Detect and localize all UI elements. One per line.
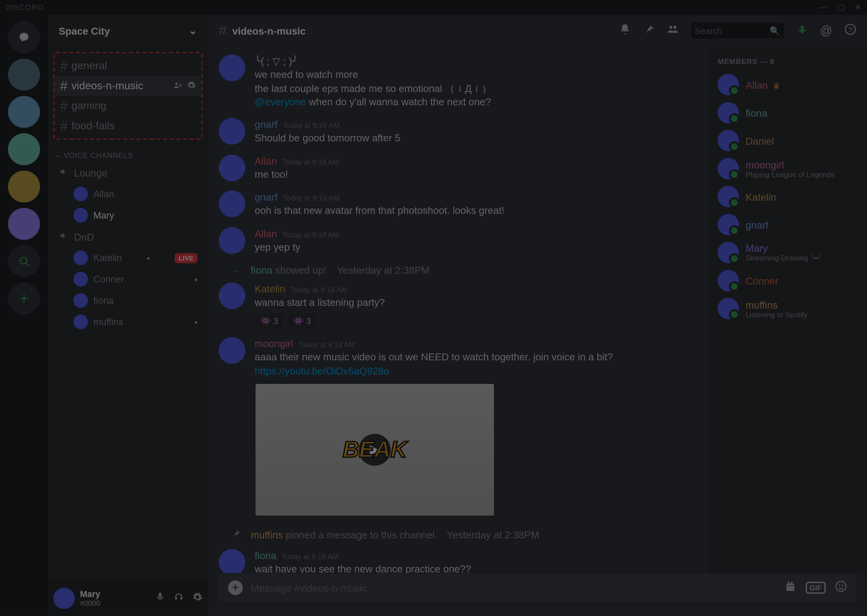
explore-button[interactable] — [8, 245, 40, 277]
help-icon[interactable]: ? — [845, 23, 856, 38]
avatar[interactable] — [219, 283, 246, 309]
voice-user[interactable]: Katelin▪LIVE — [53, 247, 203, 269]
member-item[interactable]: Allan ♛ — [712, 71, 862, 99]
avatar[interactable] — [219, 191, 246, 217]
server-item[interactable] — [8, 208, 40, 240]
search-input[interactable]: Search 🔍 — [691, 22, 784, 39]
server-name: Space City — [59, 25, 110, 36]
avatar[interactable] — [219, 337, 246, 364]
message: ╰( ; ▽ ; )╯we need to watch morethe last… — [219, 52, 696, 115]
gear-icon[interactable] — [187, 80, 196, 92]
message-author[interactable]: fiona — [255, 549, 276, 563]
svg-text:?: ? — [849, 25, 852, 33]
avatar — [718, 298, 739, 319]
voice-user[interactable]: Allan — [53, 183, 203, 204]
invite-icon[interactable] — [173, 80, 183, 92]
avatar — [718, 74, 739, 95]
channel-general[interactable]: #general — [55, 56, 202, 76]
chevron-down-icon: ⌄ — [55, 151, 61, 159]
pinned-icon[interactable] — [643, 23, 655, 38]
voice-channel[interactable]: Lounge — [53, 162, 203, 183]
server-header[interactable]: Space City ⌄ — [48, 15, 208, 47]
avatar — [74, 251, 88, 265]
voice-user[interactable]: Mary — [53, 204, 203, 226]
avatar[interactable] — [219, 227, 246, 253]
channel-gaming[interactable]: #gaming — [55, 96, 202, 116]
gif-icon[interactable]: GIF — [805, 582, 826, 594]
message: moongirlToday at 9:18 AMaaaa their new m… — [219, 335, 696, 523]
svg-point-4 — [836, 581, 846, 591]
message-author[interactable]: Katelin — [255, 283, 285, 296]
member-item[interactable]: moongirlPlaying League of Legends — [712, 155, 862, 182]
reaction[interactable]: 👾3 — [287, 313, 317, 328]
video-icon: ▪ — [194, 274, 197, 284]
self-avatar[interactable] — [53, 588, 75, 609]
avatar — [718, 214, 739, 235]
voice-channel[interactable]: DnD — [53, 226, 203, 247]
message-author[interactable]: gnarf — [255, 191, 277, 204]
server-item[interactable] — [8, 171, 40, 203]
avatar — [74, 208, 88, 223]
members-toggle-icon[interactable] — [667, 23, 679, 38]
avatar — [718, 130, 739, 151]
link[interactable]: https://youtu.be/OiDx6aQ928o — [255, 365, 389, 376]
member-item[interactable]: Katelin — [712, 182, 862, 211]
svg-point-6 — [842, 585, 843, 586]
svg-line-1 — [26, 264, 29, 266]
video-embed[interactable]: BEAK▶ — [255, 383, 495, 516]
message: AllanToday at 9:18 AMyep yep ty — [219, 224, 696, 261]
attach-icon[interactable]: + — [228, 580, 243, 595]
hash-icon: # — [60, 98, 68, 114]
hash-icon: # — [60, 78, 68, 94]
server-item[interactable] — [8, 96, 40, 128]
member-item[interactable]: Conner — [712, 267, 862, 294]
voice-user[interactable]: fiona — [53, 290, 203, 311]
message-author[interactable]: Allan — [255, 154, 277, 168]
avatar[interactable] — [219, 549, 246, 573]
home-button[interactable] — [8, 21, 40, 53]
server-item[interactable] — [8, 133, 40, 165]
self-tag: #0000 — [80, 599, 101, 607]
minimize-icon[interactable]: — — [819, 3, 828, 12]
mute-icon[interactable] — [155, 592, 165, 605]
pin-message: muffins pinned a message to this channel… — [219, 523, 696, 547]
member-item[interactable]: Daniel — [712, 127, 862, 155]
member-item[interactable]: MaryStreaming Drawing ╰•╯ — [712, 239, 862, 267]
self-username: Mary — [80, 589, 101, 599]
server-item[interactable] — [8, 59, 40, 91]
maximize-icon[interactable]: ▢ — [837, 3, 845, 12]
message-author[interactable]: gnarf — [255, 118, 277, 132]
voice-category-header[interactable]: ⌄ VOICE CHANNELS — [53, 140, 203, 162]
gift-icon[interactable] — [784, 580, 796, 596]
member-item[interactable]: fiona — [712, 99, 862, 127]
avatar — [718, 270, 739, 291]
avatar — [74, 272, 88, 287]
message-author[interactable]: moongirl — [255, 337, 293, 351]
message-input[interactable]: + Message #videos-n-music GIF — [219, 573, 856, 602]
settings-icon[interactable] — [192, 592, 203, 605]
reaction[interactable]: 👾3 — [255, 313, 284, 328]
mentions-icon[interactable]: @ — [820, 24, 832, 38]
close-icon[interactable]: ✕ — [854, 3, 862, 12]
avatar[interactable] — [219, 55, 246, 82]
member-item[interactable]: gnarf — [712, 211, 862, 239]
avatar — [718, 242, 739, 263]
arrow-icon: → — [231, 265, 240, 275]
channel-videos-n-music[interactable]: #videos-n-music — [55, 76, 202, 96]
voice-user[interactable]: Conner▪ — [53, 269, 203, 290]
add-server-button[interactable]: + — [8, 283, 40, 314]
voice-user[interactable]: muffins▪ — [53, 311, 203, 333]
deafen-icon[interactable] — [173, 592, 184, 605]
mention[interactable]: @everyone — [255, 96, 306, 107]
message-author[interactable]: Allan — [255, 227, 277, 240]
user-panel: Mary #0000 — [48, 581, 208, 616]
window-controls: — ▢ ✕ — [819, 3, 862, 12]
inbox-icon[interactable] — [796, 23, 808, 38]
avatar[interactable] — [219, 154, 246, 181]
emoji-icon[interactable] — [835, 580, 847, 596]
avatar[interactable] — [219, 118, 246, 145]
speaker-icon — [59, 167, 69, 179]
notifications-icon[interactable] — [619, 23, 631, 38]
channel-food-fails[interactable]: #food-fails — [55, 116, 202, 136]
member-item[interactable]: muffinsListening to Spotify — [712, 294, 862, 322]
